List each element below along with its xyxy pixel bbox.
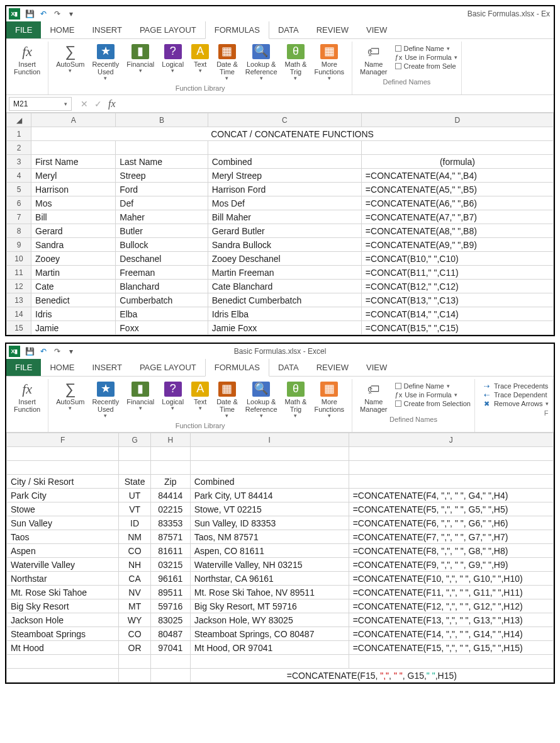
cell[interactable]: =CONCATENATE(F4, ",", " ", G4," ",H4) — [349, 489, 553, 502]
cell[interactable]: Jackson Hole — [7, 613, 119, 627]
trace-precedents-button[interactable]: ⇢Trace Precedents — [483, 382, 548, 390]
tab-view[interactable]: VIEW — [357, 359, 396, 376]
cell[interactable]: Northstar — [7, 572, 119, 586]
cell[interactable] — [150, 669, 190, 683]
lookup-reference-button[interactable]: 🔍Lookup & Reference▾ — [242, 43, 281, 83]
enter-icon[interactable]: ✓ — [94, 99, 102, 109]
cell[interactable] — [349, 475, 553, 489]
undo-icon[interactable]: ↶ — [38, 346, 49, 357]
row-header[interactable]: 3 — [7, 155, 31, 169]
row-header[interactable]: 6 — [7, 196, 31, 210]
row-header[interactable]: 1 — [7, 127, 31, 141]
cell[interactable]: Waterville Valley — [7, 558, 119, 572]
row-header[interactable]: 4 — [7, 169, 31, 183]
cell[interactable]: Stowe, VT 02215 — [190, 502, 349, 516]
row-header[interactable]: 10 — [7, 252, 31, 266]
cell[interactable]: =CONCATENATE(F12, ",", " ", G12," ",H12) — [349, 599, 553, 613]
recently-used-button[interactable]: ★Recently Used▾ — [88, 380, 123, 421]
cell[interactable]: Gerard — [31, 224, 116, 238]
cell[interactable]: Blanchard — [116, 280, 208, 293]
row-header[interactable]: 9 — [7, 238, 31, 252]
cell[interactable] — [150, 447, 190, 461]
cell[interactable]: Northstar, CA 96161 — [190, 572, 349, 586]
cell[interactable]: Sandra Bullock — [208, 238, 361, 252]
cell[interactable] — [31, 141, 116, 155]
col-header[interactable]: B — [116, 113, 208, 127]
name-box[interactable]: M21▾ — [9, 97, 72, 111]
col-header[interactable]: C — [208, 113, 361, 127]
cell[interactable]: Mos Def — [208, 196, 361, 210]
tab-page-layout[interactable]: PAGE LAYOUT — [131, 21, 205, 38]
cell[interactable]: Park City — [7, 489, 119, 502]
row-header[interactable]: 11 — [7, 266, 31, 280]
tab-data[interactable]: DATA — [269, 359, 308, 376]
cell[interactable]: Stowe — [7, 502, 119, 516]
cell[interactable]: Cumberbatch — [116, 293, 208, 307]
cell[interactable] — [349, 461, 553, 475]
cell[interactable]: Meryl — [31, 169, 116, 183]
cell[interactable]: Taos — [7, 530, 119, 544]
text-button[interactable]: AText▾ — [188, 43, 213, 76]
cell[interactable] — [208, 141, 361, 155]
chevron-down-icon[interactable]: ▾ — [64, 101, 67, 107]
spreadsheet-grid[interactable]: F G H I J City / Ski Resort State Zip Co… — [6, 433, 554, 683]
text-button[interactable]: AText▾ — [188, 380, 213, 413]
cell[interactable]: =CONCAT(B13," ",C13) — [361, 293, 553, 307]
cell[interactable]: 83025 — [150, 613, 190, 627]
cell[interactable]: 96161 — [150, 572, 190, 586]
date-time-button[interactable]: ▦Date & Time▾ — [213, 43, 242, 83]
tab-file[interactable]: FILE — [6, 21, 41, 38]
cell[interactable]: Jamie — [31, 321, 116, 335]
cell[interactable]: =CONCATENATE(A9," ",B9) — [361, 238, 553, 252]
cell[interactable]: 97041 — [150, 641, 190, 655]
cell[interactable]: Zooey — [31, 252, 116, 266]
cell[interactable]: Steamboat Springs — [7, 627, 119, 641]
cell[interactable]: MT — [119, 599, 150, 613]
cell[interactable]: CONCAT / CONCATENATE FUNCTIONS — [31, 127, 554, 141]
trace-dependents-button[interactable]: ⇠Trace Dependent — [483, 390, 547, 399]
cell[interactable] — [349, 447, 553, 461]
cell[interactable]: UT — [119, 489, 150, 502]
use-in-formula-button[interactable]: ƒxUse in Formula ▾ — [395, 53, 457, 62]
financial-button[interactable]: ▮Financial▾ — [123, 43, 158, 76]
row-header[interactable]: 8 — [7, 224, 31, 238]
cell[interactable]: 83353 — [150, 516, 190, 530]
cell[interactable]: =CONCATENATE(F14, ",", " ", G14," ",H14) — [349, 627, 553, 641]
cell[interactable]: WY — [119, 613, 150, 627]
cell[interactable]: CO — [119, 627, 150, 641]
cell[interactable]: Jackson Hole, WY 83025 — [190, 613, 349, 627]
cell[interactable]: =CONCATENATE(A6," ",B6) — [361, 196, 553, 210]
redo-icon[interactable]: ↷ — [52, 346, 63, 357]
cell[interactable]: =CONCATENATE(A5," ",B5) — [361, 183, 553, 196]
tab-formulas[interactable]: FORMULAS — [205, 358, 269, 377]
cell[interactable]: Cate Blanchard — [208, 280, 361, 293]
cell[interactable]: =CONCAT(B12," ",C12) — [361, 280, 553, 293]
cell[interactable]: Benedict — [31, 293, 116, 307]
cell[interactable] — [150, 655, 190, 669]
cell[interactable]: City / Ski Resort — [7, 475, 119, 489]
redo-icon[interactable]: ↷ — [52, 8, 63, 20]
cell[interactable]: CA — [119, 572, 150, 586]
cell[interactable]: 81611 — [150, 544, 190, 558]
cell[interactable]: Aspen — [7, 544, 119, 558]
undo-icon[interactable]: ↶ — [38, 8, 49, 20]
cell[interactable]: State — [119, 475, 150, 489]
cell[interactable]: OR — [119, 641, 150, 655]
cell[interactable]: =CONCATENATE(F13, ",", " ", G13," ",H13) — [349, 613, 553, 627]
remove-arrows-button[interactable]: ✖Remove Arrows ▾ — [483, 399, 549, 408]
cell[interactable]: Def — [116, 196, 208, 210]
cell[interactable]: Big Sky Resort, MT 59716 — [190, 599, 349, 613]
save-icon[interactable]: 💾 — [24, 8, 35, 20]
col-header[interactable]: H — [150, 433, 190, 447]
cell[interactable]: Martin Freeman — [208, 266, 361, 280]
select-all-corner[interactable]: ◢ — [7, 113, 31, 127]
insert-function-button[interactable]: fxInsert Function — [10, 380, 44, 414]
cell[interactable]: Gerard Butler — [208, 224, 361, 238]
cell[interactable]: 84414 — [150, 489, 190, 502]
spreadsheet-grid[interactable]: ◢ A B C D 1CONCAT / CONCATENATE FUNCTION… — [6, 113, 554, 335]
tab-data[interactable]: DATA — [269, 21, 308, 38]
col-header[interactable]: G — [119, 433, 150, 447]
cell[interactable]: Mos — [31, 196, 116, 210]
cell[interactable]: Mt. Rose Ski Tahoe, NV 89511 — [190, 586, 349, 599]
cell[interactable]: Bill Maher — [208, 210, 361, 224]
